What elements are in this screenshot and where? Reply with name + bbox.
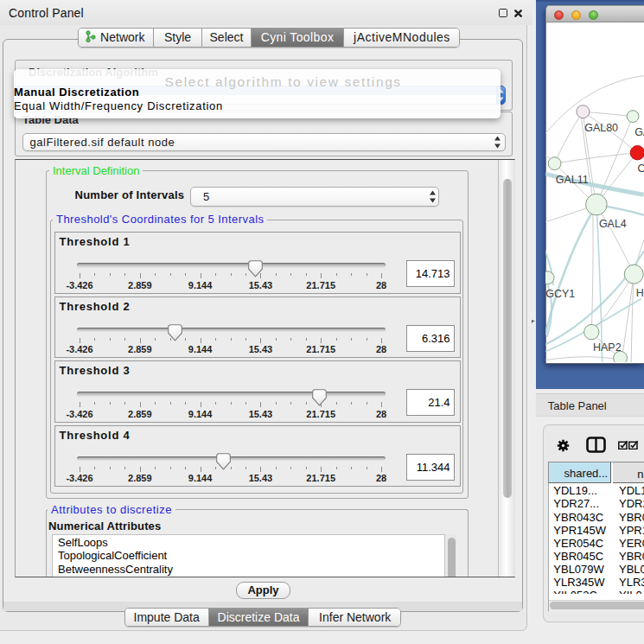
svg-text:CY: CY [638,163,644,175]
svg-text:GAL80: GAL80 [584,123,618,135]
svg-text:GAL4: GAL4 [599,218,627,230]
svg-text:HIS4: HIS4 [636,287,644,299]
svg-text:HAP2: HAP2 [593,341,622,354]
svg-text:GAL11: GAL11 [556,174,589,186]
svg-text:GAL: GAL [634,127,643,139]
svg-text:GCY1: GCY1 [545,288,575,300]
